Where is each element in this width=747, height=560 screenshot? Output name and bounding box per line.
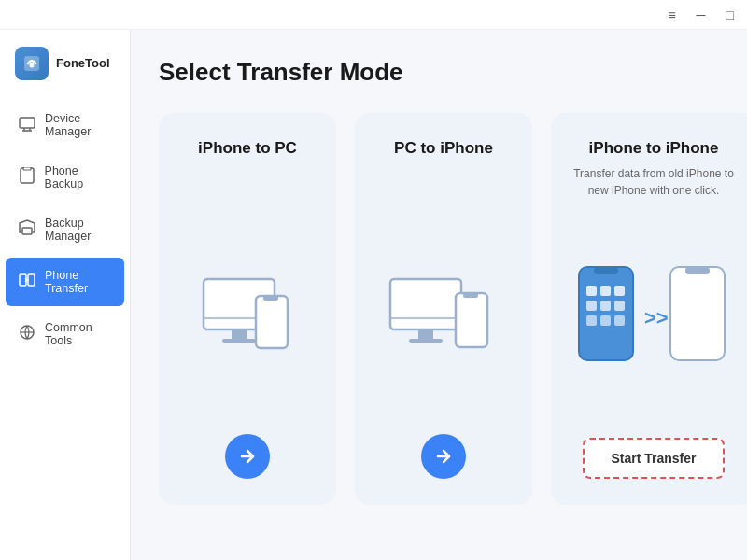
menu-button[interactable]: ≡ xyxy=(664,7,679,22)
main-content: Select Transfer Mode iPhone to PC xyxy=(131,30,747,560)
svg-rect-26 xyxy=(579,267,633,360)
svg-rect-41 xyxy=(685,267,710,274)
minimize-button[interactable]: ─ xyxy=(693,7,710,22)
iphone-to-pc-action xyxy=(225,434,270,479)
pc-to-iphone-action xyxy=(421,434,466,479)
svg-rect-32 xyxy=(586,301,597,311)
sidebar-item-backup-manager[interactable]: Backup Manager xyxy=(6,205,124,254)
svg-rect-16 xyxy=(232,329,247,339)
app-body: FoneTool Device Manager xyxy=(0,30,747,560)
close-button[interactable]: □ xyxy=(723,7,738,22)
svg-rect-35 xyxy=(586,315,597,326)
page-title: Select Transfer Mode xyxy=(159,58,719,87)
svg-rect-17 xyxy=(222,339,256,343)
svg-rect-9 xyxy=(20,274,26,286)
svg-rect-25 xyxy=(463,293,478,298)
svg-rect-23 xyxy=(409,339,443,343)
svg-rect-10 xyxy=(28,274,35,286)
logo-text: FoneTool xyxy=(56,56,110,71)
svg-rect-39 xyxy=(670,267,725,360)
svg-rect-34 xyxy=(614,301,625,311)
svg-rect-22 xyxy=(418,329,433,339)
svg-rect-29 xyxy=(586,286,597,296)
svg-rect-24 xyxy=(456,293,487,347)
sidebar-item-label: Phone Transfer xyxy=(45,269,111,295)
backup-manager-icon xyxy=(19,219,35,240)
svg-rect-31 xyxy=(614,286,625,296)
iphone-to-iphone-card: iPhone to iPhone Transfer data from old … xyxy=(551,113,747,505)
card-title-iphone-to-iphone: iPhone to iPhone xyxy=(589,139,719,158)
svg-rect-8 xyxy=(22,228,32,234)
device-manager-icon xyxy=(19,115,35,135)
sidebar-item-phone-backup[interactable]: Phone Backup xyxy=(6,153,124,202)
svg-rect-30 xyxy=(600,286,611,296)
iphone-to-pc-arrow-button[interactable] xyxy=(225,434,270,479)
svg-rect-33 xyxy=(600,301,611,311)
svg-rect-36 xyxy=(600,315,611,326)
card-title-iphone-to-pc: iPhone to PC xyxy=(198,139,297,158)
svg-rect-2 xyxy=(20,118,35,128)
phone-transfer-icon xyxy=(19,272,35,292)
svg-rect-19 xyxy=(263,296,278,301)
iphone-to-iphone-illustration: >> xyxy=(570,199,738,438)
start-transfer-button[interactable]: Start Transfer xyxy=(583,438,724,479)
sidebar-item-device-manager[interactable]: Device Manager xyxy=(6,101,124,149)
svg-rect-20 xyxy=(390,279,461,329)
pc-to-iphone-illustration xyxy=(374,199,514,434)
iphone-to-pc-illustration xyxy=(177,199,317,434)
svg-text:>>: >> xyxy=(644,306,669,329)
pc-to-iphone-arrow-button[interactable] xyxy=(421,434,466,479)
sidebar-nav: Device Manager Phone Backup xyxy=(0,99,130,560)
sidebar: FoneTool Device Manager xyxy=(0,30,131,560)
svg-rect-7 xyxy=(23,167,31,170)
phone-backup-icon xyxy=(19,167,35,188)
title-bar: ≡ ─ □ xyxy=(0,0,747,30)
cards-container: iPhone to PC xyxy=(159,113,719,505)
pc-to-iphone-card: PC to iPhone xyxy=(355,113,532,505)
iphone-to-iphone-action: Start Transfer xyxy=(583,438,724,479)
svg-rect-18 xyxy=(256,296,288,348)
svg-point-1 xyxy=(30,63,35,68)
sidebar-item-phone-transfer[interactable]: Phone Transfer xyxy=(6,258,124,306)
sidebar-item-label: Common Tools xyxy=(45,321,111,347)
svg-rect-37 xyxy=(614,315,625,326)
sidebar-item-label: Backup Manager xyxy=(45,217,111,243)
logo-area: FoneTool xyxy=(0,30,130,99)
iphone-to-pc-card: iPhone to PC xyxy=(159,113,336,505)
sidebar-item-label: Device Manager xyxy=(45,112,111,138)
sidebar-item-common-tools[interactable]: Common Tools xyxy=(6,310,124,358)
sidebar-item-label: Phone Backup xyxy=(45,164,111,190)
card-title-pc-to-iphone: PC to iPhone xyxy=(394,139,493,158)
window-controls: ≡ ─ □ xyxy=(664,7,738,22)
svg-rect-28 xyxy=(594,267,618,274)
card-subtitle-iphone-to-iphone: Transfer data from old iPhone to new iPh… xyxy=(570,165,738,199)
logo-icon xyxy=(15,47,49,80)
common-tools-icon xyxy=(19,324,35,344)
